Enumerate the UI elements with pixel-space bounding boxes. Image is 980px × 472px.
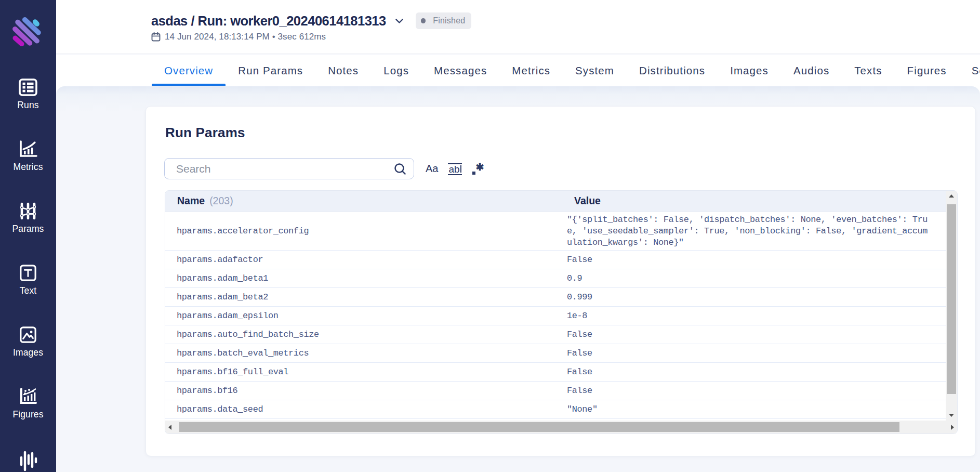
match-case-toggle[interactable]: Aa <box>422 163 441 175</box>
sidebar-item-label: Images <box>13 347 43 358</box>
param-name: hparams.adam_epsilon <box>165 307 561 325</box>
param-value: 0.999 <box>561 288 946 306</box>
param-name: hparams.batch_eval_metrics <box>165 344 561 362</box>
param-value: False <box>561 251 946 269</box>
param-value: False <box>561 363 946 381</box>
scroll-right-icon[interactable] <box>948 421 957 434</box>
sidebar-item-audios[interactable]: Audios <box>0 452 56 472</box>
section-title: Run Params <box>165 124 245 141</box>
vertical-scrollbar-thumb[interactable] <box>947 204 956 394</box>
sidebar-item-label: Runs <box>17 100 38 111</box>
runs-table-icon <box>18 78 38 97</box>
tab-run-params[interactable]: Run Params <box>226 55 315 86</box>
tab-texts[interactable]: Texts <box>842 55 894 86</box>
scroll-down-icon[interactable] <box>946 410 957 421</box>
tab-logs[interactable]: Logs <box>371 55 421 86</box>
run-datetime: 14 Jun 2024, 18:13:14 PM • 3sec 612ms <box>165 32 326 42</box>
status-label: Finished <box>433 16 465 25</box>
chevron-down-icon[interactable] <box>394 16 404 26</box>
cursor-bar-icon <box>460 165 461 173</box>
metrics-chart-icon <box>18 140 38 159</box>
sidebar-item-metrics[interactable]: Metrics <box>0 140 56 202</box>
sidebar: Runs Metrics <box>0 0 56 472</box>
sidebar-item-images[interactable]: Images <box>0 325 56 387</box>
text-icon <box>18 264 38 282</box>
param-name: hparams.bf16 <box>165 382 561 400</box>
param-name: hparams.auto_find_batch_size <box>165 325 561 344</box>
match-word-label: ab <box>448 164 459 174</box>
tab-figures[interactable]: Figures <box>895 55 959 86</box>
tab-metrics[interactable]: Metrics <box>499 55 563 86</box>
run-breadcrumb-title: asdas / Run: worker0_20240614181313 <box>151 14 386 29</box>
search-icon[interactable] <box>394 163 406 175</box>
sidebar-item-text[interactable]: Text <box>0 264 56 325</box>
tab-distributions[interactable]: Distributions <box>627 55 718 86</box>
table-row[interactable]: hparams.data_seed "None" <box>165 400 946 419</box>
column-name-label: Name <box>177 195 205 207</box>
match-word-toggle[interactable]: ab <box>447 162 462 176</box>
images-icon <box>18 325 38 344</box>
params-parallel-coords-icon <box>18 202 38 220</box>
tab-system[interactable]: System <box>563 55 627 86</box>
sidebar-item-figures[interactable]: Figures <box>0 387 56 449</box>
param-value: "None" <box>561 400 946 418</box>
run-tabs: Overview Run Params Notes Logs Messages … <box>56 55 980 86</box>
tab-images[interactable]: Images <box>718 55 781 86</box>
table-row[interactable]: hparams.adafactor False <box>165 251 946 269</box>
table-row[interactable]: hparams.adam_epsilon 1e-8 <box>165 307 946 325</box>
regex-asterisk-icon: ✱ <box>476 161 484 173</box>
column-name-count: (203) <box>209 195 233 207</box>
vertical-scrollbar[interactable] <box>946 191 957 421</box>
param-value: False <box>561 344 946 362</box>
horizontal-scrollbar[interactable] <box>165 421 957 434</box>
sidebar-nav: Runs Metrics <box>0 78 56 472</box>
table-row[interactable]: hparams.accelerator_config "{'split_batc… <box>165 212 946 251</box>
aim-logo-icon[interactable] <box>12 15 44 46</box>
params-table: Name (203) Value hparams.accelerator_con… <box>165 190 958 434</box>
table-row[interactable]: hparams.bf16 False <box>165 382 946 400</box>
param-value: 1e-8 <box>561 307 946 325</box>
status-badge: Finished <box>416 12 472 29</box>
param-name: hparams.adam_beta2 <box>165 288 561 306</box>
tab-overview[interactable]: Overview <box>152 55 226 86</box>
tab-audios[interactable]: Audios <box>781 55 842 86</box>
tab-notes[interactable]: Notes <box>315 55 371 86</box>
param-name: hparams.adafactor <box>165 251 561 269</box>
table-header: Name (203) Value <box>165 191 946 212</box>
param-value: 0.9 <box>561 269 946 287</box>
param-name: hparams.adam_beta1 <box>165 269 561 287</box>
sidebar-item-params[interactable]: Params <box>0 202 56 264</box>
param-name: hparams.bf16_full_eval <box>165 363 561 381</box>
scroll-up-icon[interactable] <box>946 191 957 201</box>
figures-chart-icon <box>18 387 38 406</box>
column-value-label: Value <box>574 195 601 206</box>
content-area: Run Params Aa ab ✱ Name <box>56 86 980 472</box>
table-row[interactable]: hparams.auto_find_batch_size False <box>165 325 946 344</box>
sidebar-item-label: Text <box>20 285 37 296</box>
tab-settings[interactable]: Settings <box>959 55 980 86</box>
table-row[interactable]: hparams.bf16_full_eval False <box>165 363 946 382</box>
param-value: False <box>561 382 946 400</box>
sidebar-item-runs[interactable]: Runs <box>0 78 56 140</box>
table-row[interactable]: hparams.adam_beta1 0.9 <box>165 269 946 288</box>
param-value: "{'split_batches': False, 'dispatch_batc… <box>561 212 946 250</box>
run-params-card: Run Params Aa ab ✱ Name <box>145 106 976 456</box>
search-box <box>164 158 414 179</box>
table-row[interactable]: hparams.adam_beta2 0.999 <box>165 288 946 307</box>
regex-toggle[interactable]: ✱ <box>472 162 485 176</box>
sidebar-item-label: Figures <box>12 409 43 420</box>
calendar-icon <box>151 32 161 42</box>
audio-waveform-icon <box>18 452 38 470</box>
table-row[interactable]: hparams.batch_eval_metrics False <box>165 344 946 363</box>
search-input[interactable] <box>165 159 394 179</box>
scroll-left-icon[interactable] <box>165 421 175 434</box>
sidebar-item-label: Params <box>12 224 44 234</box>
regex-dot-icon <box>472 172 475 175</box>
param-name: hparams.accelerator_config <box>165 212 561 250</box>
param-name: hparams.data_seed <box>165 400 561 418</box>
horizontal-scrollbar-thumb[interactable] <box>179 422 899 432</box>
search-toggles: Aa ab ✱ <box>422 158 485 179</box>
sidebar-item-label: Metrics <box>13 162 43 173</box>
status-dot-icon <box>421 18 426 23</box>
tab-messages[interactable]: Messages <box>421 55 499 86</box>
